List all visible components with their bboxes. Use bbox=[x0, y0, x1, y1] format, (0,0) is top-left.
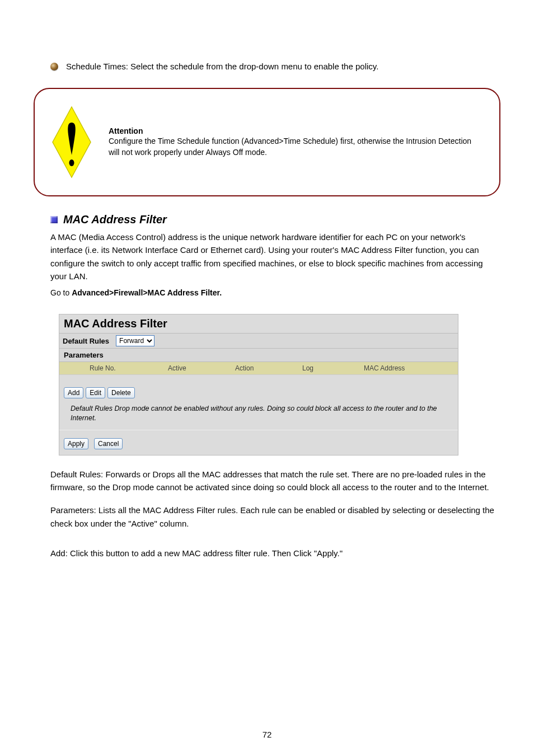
section-intro: A MAC (Media Access Control) address is … bbox=[50, 231, 495, 283]
rule-buttons-row: Add Edit Delete bbox=[59, 375, 458, 402]
col-rule-no: Rule No. bbox=[87, 364, 166, 372]
nav-path-line: Go to Advanced>Firewall>MAC Address Filt… bbox=[50, 288, 495, 297]
col-action: Action bbox=[233, 364, 300, 372]
square-bullet-icon bbox=[50, 216, 58, 223]
svg-point-1 bbox=[69, 159, 74, 166]
col-active: Active bbox=[166, 364, 233, 372]
default-rules-row: Default Rules Forward bbox=[59, 334, 458, 349]
apply-cancel-row: Apply Cancel bbox=[59, 430, 458, 455]
default-rules-desc: Default Rules: Forwards or Drops all the… bbox=[50, 468, 495, 494]
warning-label: Attention bbox=[109, 126, 483, 135]
bullet-line: Schedule Times: Select the schedule from… bbox=[50, 62, 534, 71]
bullet-text: Schedule Times: Select the schedule from… bbox=[66, 62, 378, 71]
add-button[interactable]: Add bbox=[64, 387, 83, 398]
section-title: MAC Address Filter bbox=[63, 213, 167, 226]
default-rules-select[interactable]: Forward bbox=[116, 335, 154, 346]
delete-button[interactable]: Delete bbox=[107, 387, 135, 398]
edit-button[interactable]: Edit bbox=[86, 387, 105, 398]
sphere-bullet-icon bbox=[50, 63, 58, 71]
nav-path: Advanced>Firewall>MAC Address Filter. bbox=[72, 288, 222, 297]
warning-body: Configure the Time Schedule function (Ad… bbox=[109, 135, 483, 158]
cancel-button[interactable]: Cancel bbox=[94, 438, 123, 449]
default-rules-label: Default Rules bbox=[63, 337, 109, 345]
section-heading: MAC Address Filter bbox=[50, 213, 534, 226]
apply-button[interactable]: Apply bbox=[64, 438, 88, 449]
col-mac: MAC Address bbox=[362, 364, 457, 372]
mac-filter-panel: MAC Address Filter Default Rules Forward… bbox=[59, 314, 458, 456]
panel-note: Default Rules Drop mode cannot be enable… bbox=[59, 402, 458, 430]
page-number: 72 bbox=[0, 730, 534, 739]
parameters-label: Parameters bbox=[59, 349, 458, 362]
parameters-header-row: Rule No. Active Action Log MAC Address bbox=[59, 362, 458, 375]
nav-path-prefix: Go to bbox=[50, 288, 72, 297]
warning-text-block: Attention Configure the Time Schedule fu… bbox=[109, 126, 483, 158]
col-blank bbox=[59, 364, 87, 372]
col-log: Log bbox=[300, 364, 362, 372]
parameters-desc: Parameters: Lists all the MAC Address Fi… bbox=[50, 504, 495, 530]
panel-title: MAC Address Filter bbox=[59, 314, 458, 334]
warning-diamond-icon bbox=[51, 106, 92, 179]
add-desc: Add: Click this button to add a new MAC … bbox=[50, 547, 495, 560]
warning-callout: Attention Configure the Time Schedule fu… bbox=[34, 88, 500, 196]
